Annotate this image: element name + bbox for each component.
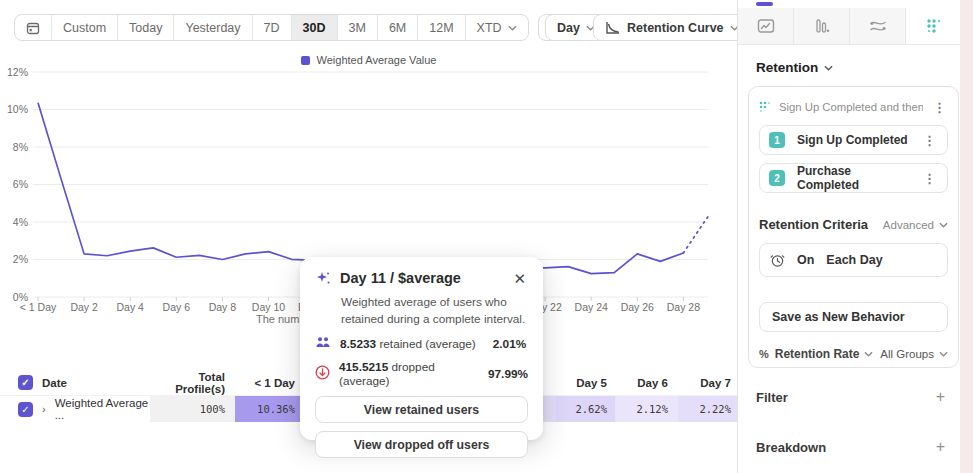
calendar-button[interactable]: [15, 15, 51, 40]
kebab-menu-icon[interactable]: ⋮: [921, 133, 938, 148]
retention-rate-dropdown[interactable]: Retention Rate: [775, 347, 874, 361]
chevron-down-icon: [864, 351, 873, 357]
row-expander-icon[interactable]: ›: [42, 403, 46, 415]
col-day5: Day 5: [556, 377, 615, 389]
dropped-value: 415.5215: [339, 360, 388, 374]
cell-lt1day: 10.36%: [235, 396, 305, 422]
x-tick-label: Day 8: [209, 301, 237, 313]
x-tick-label: Day 10: [252, 301, 285, 313]
retained-label: retained (average): [379, 337, 475, 351]
chart-legend[interactable]: Weighted Average Value: [0, 54, 737, 66]
cell-day6: 2.12%: [615, 396, 678, 422]
tooltip-title: Day 11 / $average: [340, 270, 503, 286]
tab-insights[interactable]: [738, 8, 794, 44]
behavior-header[interactable]: Sign Up Completed and then Pur... ⋮: [759, 97, 948, 117]
x-tick-label: Day 6: [163, 301, 191, 313]
range-xtd-dropdown[interactable]: XTD: [465, 15, 528, 40]
x-tick-label: Day 2: [70, 301, 98, 313]
tab-funnels[interactable]: [794, 8, 850, 44]
filter-heading: Filter: [756, 390, 788, 405]
sparkle-icon: [315, 270, 332, 291]
date-range-segmented-control: Custom Today Yesterday 7D 30D 3M 6M 12M …: [14, 14, 529, 41]
range-3m[interactable]: 3M: [337, 15, 377, 40]
y-tick-label: 2%: [13, 253, 28, 265]
save-as-new-behavior-button[interactable]: Save as New Behavior: [759, 302, 948, 332]
retention-section-dropdown[interactable]: Retention: [756, 60, 833, 75]
report-type-tabs: [738, 8, 961, 45]
range-yesterday[interactable]: Yesterday: [173, 15, 251, 40]
on-label: On: [797, 253, 814, 267]
flows-icon: [869, 19, 887, 33]
retained-stat: 8.5233 retained (average) 2.01%: [315, 336, 528, 351]
interval-value: Each Day: [826, 253, 882, 267]
behavior-retention-icon: [759, 101, 771, 113]
range-7d[interactable]: 7D: [252, 15, 291, 40]
retention-curve-icon: [605, 21, 621, 35]
series-line: [38, 103, 683, 274]
range-12m[interactable]: 12M: [417, 15, 464, 40]
legend-label: Weighted Average Value: [317, 54, 437, 66]
drag-accent-bar: [756, 2, 773, 6]
kebab-menu-icon[interactable]: ⋮: [921, 171, 938, 186]
cell-day7: 2.22%: [678, 396, 737, 422]
date-range-toolbar: Custom Today Yesterday 7D 30D 3M 6M 12M …: [14, 14, 631, 41]
range-6m[interactable]: 6M: [377, 15, 417, 40]
percent-icon: %: [759, 348, 769, 360]
chevron-down-icon: [939, 222, 948, 228]
dropped-stat: 415.5215 dropped (average) 97.99%: [315, 360, 528, 388]
tab-flows[interactable]: [850, 8, 906, 44]
range-today[interactable]: Today: [117, 15, 173, 40]
select-all-checkbox[interactable]: ✓: [18, 375, 33, 390]
step-number-badge: 2: [769, 170, 785, 186]
advanced-dropdown[interactable]: Advanced: [883, 219, 948, 231]
y-tick-label: 6%: [13, 178, 28, 190]
retention-interval-selector[interactable]: On Each Day: [759, 243, 948, 277]
dropped-arrow-icon: [315, 365, 330, 383]
users-icon: [315, 336, 331, 351]
range-custom[interactable]: Custom: [51, 15, 117, 40]
col-lt1day: < 1 Day: [235, 377, 305, 389]
col-day7: Day 7: [678, 377, 737, 389]
col-date: Date: [42, 377, 67, 389]
chevron-down-icon: [508, 25, 517, 31]
x-tick-label: Day 28: [667, 301, 700, 313]
col-total-profiles: Total Profile(s): [150, 371, 235, 395]
step-purchase-completed[interactable]: 2 Purchase Completed ⋮: [759, 163, 948, 193]
add-breakdown-button[interactable]: +: [936, 439, 945, 455]
row-checkbox[interactable]: ✓: [18, 402, 33, 417]
line-chart-icon: [757, 18, 775, 34]
tab-retention[interactable]: [906, 8, 961, 44]
y-tick-label: 4%: [13, 216, 28, 228]
step-sign-up-completed[interactable]: 1 Sign Up Completed ⋮: [759, 125, 948, 155]
kebab-menu-icon[interactable]: ⋮: [931, 100, 948, 115]
col-day6: Day 6: [615, 377, 678, 389]
retained-value: 8.5233: [340, 337, 376, 351]
behavior-title: Sign Up Completed and then Pur...: [779, 101, 923, 113]
chart-tooltip: Day 11 / $average ✕ Weighted average of …: [300, 257, 543, 440]
chart-type-dropdown[interactable]: Retention Curve: [593, 14, 751, 41]
bar-chart-icon: [814, 18, 830, 34]
view-retained-users-button[interactable]: View retained users: [315, 396, 528, 423]
x-tick-label: Day 26: [621, 301, 654, 313]
add-filter-button[interactable]: +: [936, 389, 945, 405]
cell-total: 100%: [150, 396, 235, 422]
close-icon[interactable]: ✕: [511, 270, 528, 287]
retained-pct: 2.01%: [493, 337, 526, 351]
chevron-down-icon: [939, 351, 948, 357]
chevron-down-icon: [824, 65, 833, 71]
x-tick-label: Day 24: [575, 301, 608, 313]
legend-swatch: [301, 56, 310, 65]
y-tick-label: 8%: [13, 141, 28, 153]
dropped-pct: 97.99%: [488, 367, 528, 381]
query-sidebar: Retention Sign Up Completed and then Pur…: [737, 0, 973, 473]
behavior-card: Sign Up Completed and then Pur... ⋮ 1 Si…: [748, 86, 959, 368]
x-tick-label: Day 4: [116, 301, 144, 313]
view-dropped-users-button[interactable]: View dropped off users: [315, 431, 528, 458]
clock-icon: [770, 253, 785, 268]
tooltip-description: Weighted average of users who retained d…: [341, 294, 528, 327]
side-rail: [960, 0, 973, 473]
range-30d[interactable]: 30D: [291, 15, 337, 40]
breakdown-heading: Breakdown: [756, 440, 826, 455]
all-groups-dropdown[interactable]: All Groups: [880, 348, 948, 360]
retention-report: 0%2%4%6%8%10%12%< 1 DayDay 2Day 4Day 6Da…: [0, 0, 973, 473]
